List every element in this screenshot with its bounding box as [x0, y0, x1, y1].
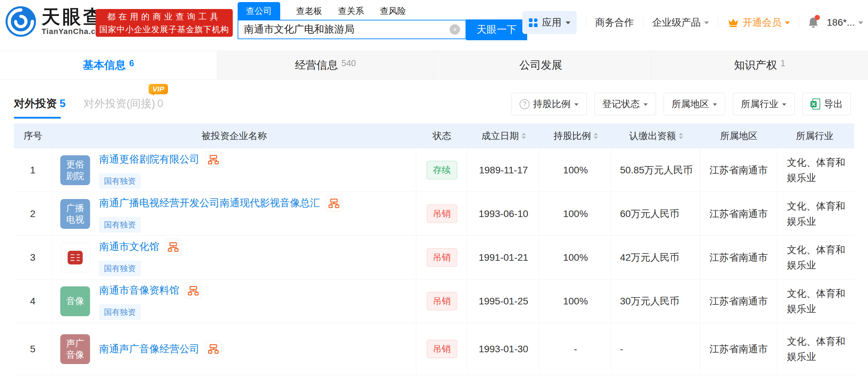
table-header-row: 序号 被投资企业名称 状态 成立日期 持股比例 认缴出资额 所属地区 所属行业 [14, 123, 854, 148]
filter-industry[interactable]: 所属行业 [733, 93, 795, 115]
industry-cell: 文化、体育和娱乐业 [777, 279, 852, 323]
tianyancha-logo[interactable]: 天眼查 TianYanCha.com [6, 6, 108, 37]
search-button[interactable]: 天眼一下 [466, 19, 527, 40]
search-input[interactable] [244, 24, 450, 35]
investment-section-header: 对外投资5 对外投资(间接)0 VIP ? 持股比例 登记状态 所属地区 所属行… [14, 90, 854, 123]
col-industry: 所属行业 [777, 130, 852, 142]
industry-cell: 文化、体育和娱乐业 [777, 236, 852, 279]
tab-business-info[interactable]: 经营信息 540 [217, 51, 434, 79]
search-tab-company[interactable]: 查公司 [238, 2, 280, 20]
tab-count: 1 [780, 58, 785, 68]
apps-label: 应用 [542, 16, 561, 29]
account-phone: 186*... [827, 17, 855, 28]
ownership-tag: 国有独资 [99, 217, 141, 233]
tab-basic-info[interactable]: 基本信息 6 [0, 51, 217, 79]
region-cell: 江苏省南通市 [700, 192, 777, 235]
company-link[interactable]: 南通更俗剧院有限公司 [99, 153, 200, 166]
col-region: 所属地区 [700, 130, 777, 142]
status-badge: 吊销 [427, 340, 457, 358]
filter-shareholding-ratio[interactable]: ? 持股比例 [512, 93, 587, 115]
company-link[interactable]: 南通市音像资料馆 [99, 284, 179, 297]
company-cell: 南通市文化馆 国有独资 [52, 236, 416, 279]
equity-structure-icon[interactable] [205, 151, 222, 168]
filter-label: 所属地区 [672, 98, 709, 110]
col-shareholding-ratio[interactable]: 持股比例 [540, 130, 612, 142]
nav-divider [643, 17, 643, 28]
tab-intellectual-property[interactable]: 知识产权 1 [651, 51, 868, 79]
account-menu[interactable]: 186*... [827, 17, 863, 28]
open-vip-button[interactable]: 开通会员 [727, 16, 790, 29]
status-badge: 吊销 [427, 292, 457, 310]
date-cell: 1993-01-30 [468, 323, 540, 375]
date-cell: 1991-01-21 [468, 236, 540, 279]
section-title: 对外投资 [14, 97, 57, 110]
sort-icon[interactable] [679, 133, 683, 139]
sort-icon[interactable] [594, 133, 598, 139]
search-tab-relation[interactable]: 查关系 [338, 2, 364, 20]
search-tab-boss[interactable]: 查老板 [296, 2, 322, 20]
excel-icon [810, 98, 821, 110]
equity-structure-icon[interactable] [165, 239, 181, 255]
tab-count: 540 [342, 58, 356, 68]
status-cell: 吊销 [416, 323, 468, 375]
company-link[interactable]: 南通市文化馆 [99, 240, 159, 254]
nav-enterprise-products[interactable]: 企业级产品 [652, 16, 709, 29]
chevron-down-icon [566, 21, 570, 27]
indirect-label: 对外投资(间接) [83, 97, 155, 110]
filter-registration-status[interactable]: 登记状态 [594, 93, 656, 115]
company-logo[interactable]: 更俗 剧院 [60, 155, 90, 185]
export-label: 导出 [824, 98, 843, 110]
notification-badge [815, 15, 820, 20]
status-badge: 吊销 [427, 205, 457, 223]
nav-business-cooperation[interactable]: 商务合作 [595, 16, 634, 29]
search-tab-risk[interactable]: 查风险 [380, 2, 406, 20]
region-cell: 江苏省南通市 [700, 323, 777, 375]
ratio-cell: 100% [540, 192, 612, 235]
status-cell: 存续 [416, 148, 468, 192]
filter-region[interactable]: 所属地区 [664, 93, 725, 115]
table-row: 1 更俗 剧院 南通更俗剧院有限公司 国有独资 存续 1989-11-17 10… [14, 148, 854, 192]
company-tab-bar: 基本信息 6 经营信息 540 公司发展 知识产权 1 [0, 51, 868, 80]
tab-indirect-investment[interactable]: 对外投资(间接)0 VIP [83, 96, 163, 119]
apps-button[interactable]: 应用 [522, 11, 577, 34]
apps-grid-icon [529, 18, 538, 27]
export-button[interactable]: 导出 [802, 93, 851, 115]
chevron-down-icon [785, 21, 790, 27]
table-row: 5 声广 音像 南通声广音像经营公司 吊销 1993-01-30 - - 江苏省… [14, 323, 854, 375]
industry-cell: 文化、体育和娱乐业 [777, 148, 852, 192]
vip-badge: VIP [149, 84, 168, 94]
ownership-tag: 国有独资 [99, 173, 141, 189]
status-cell: 吊销 [416, 192, 468, 235]
amount-cell: 30万元人民币 [612, 279, 700, 323]
equity-structure-icon[interactable] [205, 341, 222, 357]
company-logo[interactable]: 声广 音像 [60, 334, 90, 364]
equity-structure-icon[interactable] [326, 195, 342, 211]
tab-label: 知识产权 [734, 58, 777, 72]
tab-label: 经营信息 [295, 58, 338, 72]
ownership-tag: 国有独资 [99, 261, 141, 276]
notifications-button[interactable] [808, 17, 818, 28]
company-link[interactable]: 南通广播电视经营开发公司南通现代影视音像总汇 [99, 196, 320, 210]
tab-outbound-investment[interactable]: 对外投资5 [14, 96, 65, 119]
amount-cell: - [612, 323, 700, 375]
table-row: 4 音像 南通市音像资料馆 国有独资 吊销 1995-01-25 100% 30 [14, 279, 854, 323]
company-logo[interactable]: 广播 电视 [60, 199, 90, 229]
tianyancha-logo-icon [6, 6, 36, 37]
top-bar: 天眼查 TianYanCha.com 都在用的商业查询工具 国家中小企业发展子基… [0, 0, 868, 45]
company-logo[interactable]: 音像 [60, 286, 90, 316]
company-logo-seal[interactable] [60, 243, 90, 273]
table-row: 3 南通市文化馆 [14, 236, 854, 279]
clear-icon[interactable]: × [450, 24, 460, 35]
tab-count: 6 [129, 58, 134, 68]
col-company-name: 被投资企业名称 [52, 130, 416, 142]
tab-company-development[interactable]: 公司发展 [434, 51, 651, 79]
sort-icon[interactable] [522, 133, 526, 139]
company-link[interactable]: 南通声广音像经营公司 [99, 342, 200, 356]
col-subscribed-capital[interactable]: 认缴出资额 [612, 130, 700, 142]
equity-structure-icon[interactable] [185, 282, 202, 299]
indirect-count: 0 [157, 97, 163, 110]
filter-bar: ? 持股比例 登记状态 所属地区 所属行业 导出 [512, 93, 851, 115]
industry-cell: 文化、体育和娱乐业 [777, 192, 852, 235]
col-established-date[interactable]: 成立日期 [468, 130, 540, 142]
company-cell: 音像 南通市音像资料馆 国有独资 [52, 279, 416, 323]
